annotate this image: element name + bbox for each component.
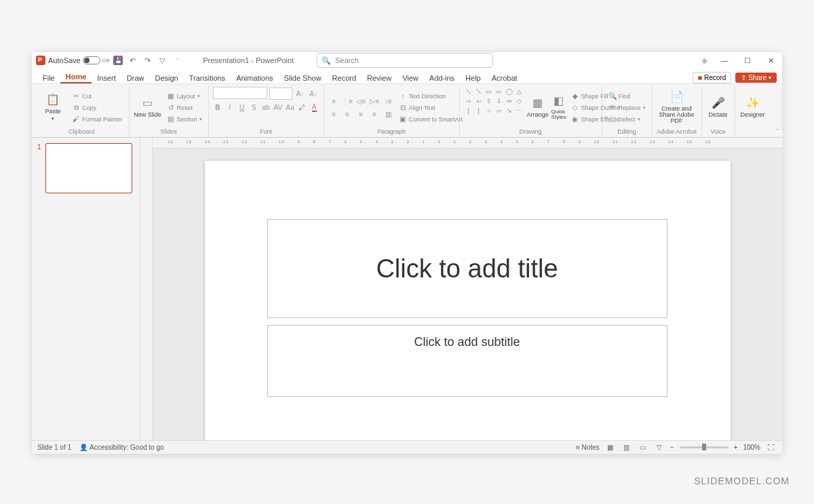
tab-acrobat[interactable]: Acrobat xyxy=(486,72,523,83)
shape-diamond-icon[interactable]: ◇ xyxy=(515,96,524,105)
italic-button[interactable]: I xyxy=(225,102,235,113)
numbering-button[interactable]: ⋮≡ xyxy=(342,96,353,107)
tab-help[interactable]: Help xyxy=(460,72,486,83)
arrange-button[interactable]: ▦ Arrange xyxy=(527,87,549,126)
create-share-pdf-button[interactable]: 📄 Create and Share Adobe PDF xyxy=(657,87,697,126)
shape-line-icon[interactable]: ＼ xyxy=(474,87,484,96)
shape-brace-icon[interactable]: } xyxy=(474,106,484,115)
premium-icon[interactable]: ◈ xyxy=(701,56,708,65)
cut-button[interactable]: ✂Cut xyxy=(70,91,125,102)
highlight-button[interactable]: 🖍 xyxy=(297,102,307,113)
tab-file[interactable]: File xyxy=(37,72,60,83)
collapse-ribbon-icon[interactable]: ˅ xyxy=(776,128,779,135)
shape-arrow-icon[interactable]: ⇔ xyxy=(505,96,514,105)
zoom-out-button[interactable]: − xyxy=(670,444,674,451)
share-button[interactable]: ⇧Share▾ xyxy=(735,73,777,83)
slide-thumbnail-preview[interactable] xyxy=(45,143,132,193)
section-button[interactable]: ▤Section▾ xyxy=(165,114,204,125)
slideshow-view-icon[interactable]: ▽ xyxy=(654,443,665,452)
tab-animations[interactable]: Animations xyxy=(231,72,278,83)
slide-thumbnail-panel[interactable]: 1 xyxy=(32,138,140,440)
toggle-switch-icon[interactable] xyxy=(83,56,100,64)
shape-arrow-icon[interactable]: ⇧ xyxy=(484,96,494,105)
redo-icon[interactable]: ↷ xyxy=(142,55,153,66)
fit-to-window-icon[interactable]: ⛶ xyxy=(766,443,777,452)
change-case-button[interactable]: Aa xyxy=(285,102,295,113)
slide-canvas[interactable]: Click to add title Click to add subtitle xyxy=(205,161,731,440)
quick-styles-button[interactable]: ◧ Quick Styles xyxy=(551,87,566,126)
undo-icon[interactable]: ↶ xyxy=(127,55,138,66)
tab-insert[interactable]: Insert xyxy=(92,72,121,83)
slide-canvas-container[interactable]: Click to add title Click to add subtitle xyxy=(153,149,782,440)
format-painter-button[interactable]: 🖌Format Painter xyxy=(70,114,125,125)
font-family-combo[interactable] xyxy=(213,87,268,99)
justify-button[interactable]: ≡ xyxy=(369,109,381,120)
notes-button[interactable]: ≡ Notes xyxy=(576,444,600,451)
start-from-beginning-icon[interactable]: ▽ xyxy=(157,55,168,66)
tab-design[interactable]: Design xyxy=(149,72,183,83)
text-shadow-button[interactable]: ab xyxy=(261,102,271,113)
underline-button[interactable]: U xyxy=(237,102,247,113)
strikethrough-button[interactable]: S xyxy=(249,102,259,113)
record-button[interactable]: Record xyxy=(693,72,731,83)
tab-transitions[interactable]: Transitions xyxy=(184,72,231,83)
shape-line-icon[interactable]: ＼ xyxy=(464,87,473,96)
title-placeholder[interactable]: Click to add title xyxy=(267,219,667,318)
reading-view-icon[interactable]: ▭ xyxy=(638,443,648,452)
maximize-button[interactable]: ☐ xyxy=(736,52,759,69)
shape-callout-icon[interactable]: ▱ xyxy=(495,106,504,115)
accessibility-status[interactable]: 👤Accessibility: Good to go xyxy=(79,444,164,451)
shape-star-icon[interactable]: ☆ xyxy=(484,106,494,115)
tab-draw[interactable]: Draw xyxy=(121,72,150,83)
subtitle-placeholder[interactable]: Click to add subtitle xyxy=(267,325,667,397)
bold-button[interactable]: B xyxy=(213,102,223,113)
zoom-slider[interactable] xyxy=(680,446,729,448)
shape-connector-icon[interactable]: ↘ xyxy=(505,106,514,115)
shape-brace-icon[interactable]: { xyxy=(464,106,473,115)
qat-dropdown-icon[interactable]: ‾ xyxy=(172,55,182,66)
tab-home[interactable]: Home xyxy=(60,71,92,83)
shapes-gallery[interactable]: ＼＼▭▭◯△ ⇨⇦⇧⇩⇔◇ {}☆▱↘⋯ xyxy=(464,87,524,128)
shape-triangle-icon[interactable]: △ xyxy=(515,87,524,96)
text-direction-button[interactable]: ↕Text Direction xyxy=(397,91,465,102)
align-center-button[interactable]: ≡ xyxy=(342,109,353,120)
convert-smartart-button[interactable]: ▣Convert to SmartArt xyxy=(397,114,465,125)
tab-view[interactable]: View xyxy=(397,72,424,83)
slide-counter[interactable]: Slide 1 of 1 xyxy=(37,444,71,451)
save-icon[interactable]: 💾 xyxy=(113,56,123,65)
dictate-button[interactable]: 🎤 Dictate xyxy=(706,87,731,126)
slide-sorter-icon[interactable]: ▥ xyxy=(621,443,632,452)
align-right-button[interactable]: ≡ xyxy=(355,109,367,120)
zoom-value[interactable]: 100% xyxy=(743,444,760,451)
increase-font-icon[interactable]: A↑ xyxy=(294,88,306,100)
paste-button[interactable]: 📋 Paste ▾ xyxy=(39,87,67,126)
find-button[interactable]: 🔍Find xyxy=(606,91,648,102)
char-spacing-button[interactable]: AV xyxy=(273,102,283,113)
font-color-button[interactable]: A xyxy=(309,102,319,113)
reset-button[interactable]: ↺Reset xyxy=(165,102,204,113)
line-spacing-button[interactable]: ↕≡ xyxy=(383,96,394,107)
align-text-button[interactable]: ⊟Align Text xyxy=(397,102,465,113)
align-left-button[interactable]: ≡ xyxy=(328,109,340,120)
shape-circle-icon[interactable]: ◯ xyxy=(505,87,514,96)
tab-review[interactable]: Review xyxy=(362,72,397,83)
decrease-indent-button[interactable]: ◁≡ xyxy=(355,96,367,107)
shape-rect-icon[interactable]: ▭ xyxy=(495,87,504,96)
bullets-button[interactable]: ≡ xyxy=(328,96,340,107)
search-input[interactable]: 🔍 Search xyxy=(317,53,493,68)
layout-button[interactable]: ▦Layout▾ xyxy=(165,91,204,102)
tab-addins[interactable]: Add-ins xyxy=(424,72,460,83)
slide-thumbnail[interactable]: 1 xyxy=(37,143,134,193)
zoom-in-button[interactable]: + xyxy=(734,444,738,451)
replace-button[interactable]: ᵃᵇReplace▾ xyxy=(606,102,648,113)
tab-slideshow[interactable]: Slide Show xyxy=(279,72,327,83)
copy-button[interactable]: ⧉Copy xyxy=(70,102,125,113)
minimize-button[interactable]: — xyxy=(713,52,736,69)
close-button[interactable]: ✕ xyxy=(759,52,782,69)
decrease-font-icon[interactable]: A↓ xyxy=(308,88,319,100)
autosave-toggle[interactable]: AutoSave Off xyxy=(48,56,109,64)
columns-button[interactable]: ▥ xyxy=(383,109,394,120)
shapes-more-icon[interactable]: ⋯ xyxy=(515,106,524,115)
shape-arrow-icon[interactable]: ⇦ xyxy=(474,96,484,105)
select-button[interactable]: ⬚Select▾ xyxy=(606,114,648,125)
